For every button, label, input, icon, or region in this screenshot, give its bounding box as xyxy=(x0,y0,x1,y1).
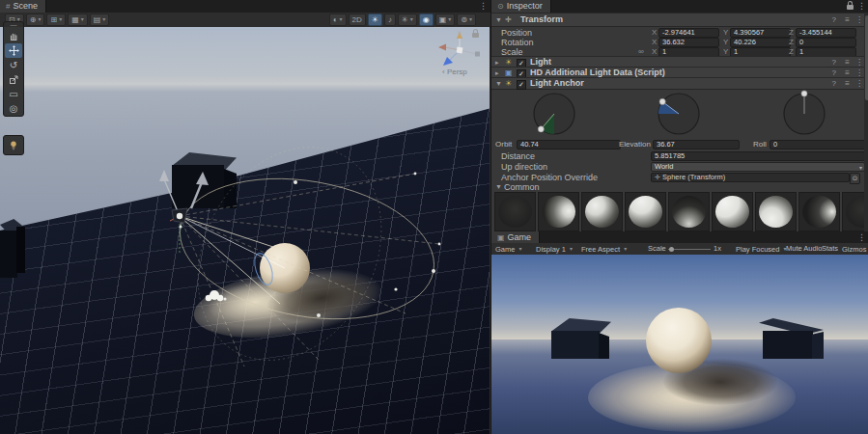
axis-x-label: X xyxy=(652,38,657,47)
elevation-dial[interactable] xyxy=(653,88,705,140)
roll-input[interactable]: 0 xyxy=(770,140,868,149)
scene-tabstrip: #Scene ⋮ xyxy=(0,0,490,14)
shading-mode-button[interactable]: ◐▾ xyxy=(329,14,347,26)
rotation-label: Rotation xyxy=(501,38,534,47)
position-y-input[interactable]: 4.390567 xyxy=(730,28,791,38)
scene-menu-icon[interactable]: ⋮ xyxy=(479,0,487,13)
chevron-down-icon: ▾ xyxy=(624,246,627,252)
scene-lighting-button[interactable]: ☀ xyxy=(368,14,382,26)
position-label: Position xyxy=(501,28,532,38)
rotate-tool[interactable]: ↺ xyxy=(5,58,22,72)
inspector-scrollbar[interactable] xyxy=(864,13,868,231)
game-viewport xyxy=(491,255,868,434)
elevation-label: Elevation xyxy=(619,140,651,149)
object-picker-button[interactable]: ⊙ xyxy=(850,173,860,184)
light-preset-7[interactable] xyxy=(755,192,797,231)
inspector-menu-icon[interactable]: ⋮ xyxy=(857,0,865,13)
axis-z-label: Z xyxy=(789,38,794,47)
light-preset-2[interactable] xyxy=(538,192,579,231)
menu-icon[interactable]: ⋮ xyxy=(855,78,863,89)
inspector-panel: ⊙Inspector ⋮ ▼ ✛ Transform ? ≡ ⋮ Positio… xyxy=(490,0,868,231)
presets-icon[interactable]: ≡ xyxy=(845,78,850,89)
rotation-x-input[interactable]: 36.632 xyxy=(658,38,719,47)
grid-visibility-button[interactable]: ▦▾ xyxy=(68,14,88,26)
scene-effects-button[interactable]: ✳▾ xyxy=(398,14,417,26)
scene-toolbar: ⊡▾⊕▾⊞▾▦▾▤▾ ◐▾2D☀♪✳▾◉▣▾⊚▾ xyxy=(0,13,490,28)
axis-z-label: Z xyxy=(789,28,794,38)
orbit-input[interactable]: 40.74 xyxy=(517,140,621,149)
scrollbar-thumb[interactable] xyxy=(865,15,868,100)
distance-input[interactable]: 5.851785 xyxy=(651,151,865,161)
scene-visibility-icon: ◉ xyxy=(423,14,430,25)
gizmo-lock-icon[interactable] xyxy=(472,33,479,38)
transform-header[interactable]: ▼ ✛ Transform ? ≡ ⋮ xyxy=(491,13,868,27)
grid-snapping-icon: ⊞ xyxy=(50,14,57,25)
game-tab-icon: ▣ xyxy=(497,233,505,242)
gizmos-menu-button[interactable]: ⊚▾ xyxy=(457,14,476,26)
move-tool[interactable] xyxy=(5,43,22,58)
scale-slider-track[interactable] xyxy=(668,249,711,250)
preset-sphere xyxy=(672,196,706,228)
light-preset-8[interactable] xyxy=(798,192,840,231)
grid-snapping-button[interactable]: ⊞▾ xyxy=(46,14,66,26)
elevation-input[interactable]: 36.67 xyxy=(653,140,740,149)
projection-label[interactable]: ‹ Persp xyxy=(442,68,467,76)
light-preset-5[interactable] xyxy=(668,192,710,231)
menu-icon[interactable]: ⋮ xyxy=(855,14,863,26)
tab-inspector[interactable]: ⊙Inspector xyxy=(491,0,551,13)
tab-scene[interactable]: #Scene xyxy=(0,0,46,13)
rotation-y-input[interactable]: 40.226 xyxy=(730,38,791,47)
rotation-z-input[interactable]: 0 xyxy=(796,38,856,47)
light-preset-4[interactable] xyxy=(625,192,666,231)
transform-ref-icon: ✛ xyxy=(655,174,660,180)
transform-fold-icon[interactable]: ▼ xyxy=(495,14,502,26)
light-preset-3[interactable] xyxy=(581,192,623,231)
common-fold-icon[interactable]: ▼ xyxy=(495,183,502,190)
axis-y-label: Y xyxy=(723,38,728,47)
view-2d-icon: 2D xyxy=(352,14,362,25)
help-icon[interactable]: ? xyxy=(832,14,836,26)
mute-audio-button[interactable]: Mute Audio xyxy=(786,243,823,255)
orbit-label: Orbit xyxy=(495,140,512,149)
transform-tool[interactable]: ◎ xyxy=(5,101,22,116)
light-preset-1[interactable] xyxy=(494,192,536,231)
up-direction-dropdown[interactable]: World ▾ xyxy=(651,162,865,172)
axis-x-label: X xyxy=(652,28,657,38)
tool-settings-rotation-button[interactable]: ⊕▾ xyxy=(26,14,45,26)
view-2d-button[interactable]: 2D xyxy=(349,14,366,26)
scene-tab-label: Scene xyxy=(13,1,38,11)
game-cube-left-front xyxy=(551,331,600,359)
position-z-input[interactable]: -3.455144 xyxy=(796,28,856,38)
scale-value: 1x xyxy=(714,243,721,255)
light-anchor-tool[interactable] xyxy=(3,135,24,155)
scene-viewport[interactable]: y ‹ Persp xyxy=(0,27,490,434)
snap-increment-button[interactable]: ▤▾ xyxy=(90,14,110,26)
scene-effects-icon: ✳ xyxy=(402,14,408,25)
orbit-dial[interactable] xyxy=(528,88,580,140)
inspector-lock-icon[interactable] xyxy=(847,5,854,10)
scale-tool[interactable] xyxy=(5,72,22,87)
chevron-down-icon: ▾ xyxy=(519,246,522,252)
game-tab-label: Game xyxy=(508,232,532,242)
scene-camera-button[interactable]: ▣▾ xyxy=(435,14,456,26)
position-x-input[interactable]: -2.974641 xyxy=(658,28,719,38)
view-hand-tool[interactable] xyxy=(5,29,22,43)
game-panel: ▣Game ⋮ Game ▾ Display 1 ▾ Free Aspect ▾… xyxy=(490,231,868,434)
scene-audio-button[interactable]: ♪ xyxy=(384,14,396,26)
stats-button[interactable]: Stats xyxy=(822,243,838,255)
light-anchor-gizmo[interactable] xyxy=(0,27,490,434)
roll-dial[interactable] xyxy=(778,88,830,140)
help-icon[interactable]: ? xyxy=(832,78,836,89)
rect-tool[interactable]: ▭ xyxy=(5,87,22,101)
enabled-checkbox[interactable]: ✓ xyxy=(517,80,526,90)
presets-icon[interactable]: ≡ xyxy=(845,14,850,26)
preset-sphere xyxy=(542,196,575,228)
fold-icon[interactable]: ▼ xyxy=(495,78,502,89)
light-preset-6[interactable] xyxy=(712,192,753,231)
inspector-tab-label: Inspector xyxy=(507,1,543,11)
anchor-override-field[interactable]: ✛ Sphere (Transform) xyxy=(651,173,850,182)
scale-slider-handle[interactable] xyxy=(669,247,674,252)
overlay-drag-handle[interactable]: — xyxy=(4,22,23,29)
scene-visibility-button[interactable]: ◉ xyxy=(419,14,434,26)
transform-title: Transform xyxy=(520,14,563,26)
